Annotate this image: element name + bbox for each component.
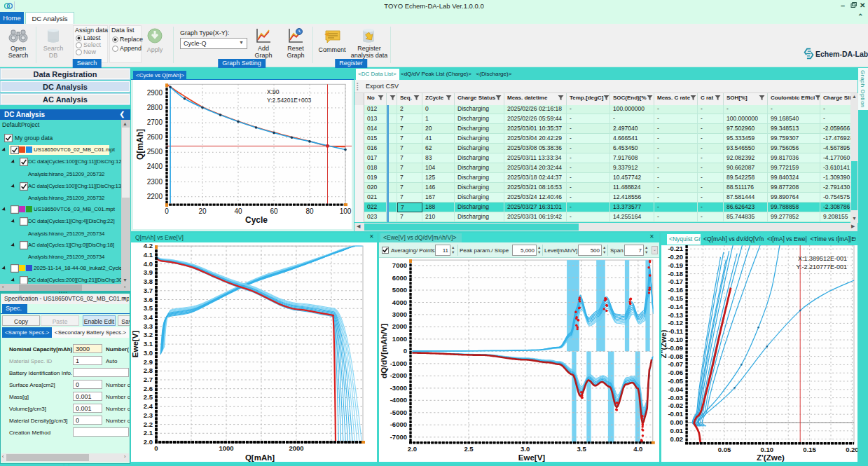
svg-text:2.5: 2.5 [144,393,153,401]
svg-text:4000: 4000 [392,299,407,306]
svg-text:-0.11: -0.11 [668,327,684,335]
svg-text:2.4: 2.4 [144,402,153,410]
svg-text:1000: 1000 [219,444,233,452]
svg-text:4.0: 4.0 [633,445,642,453]
svg-text:3.3: 3.3 [144,322,153,330]
svg-text:3.2: 3.2 [144,331,153,338]
svg-text:-7000: -7000 [390,433,407,441]
svg-text:X:90: X:90 [267,88,280,95]
svg-text:Z'(Zwe): Z'(Zwe) [757,453,785,462]
svg-text:3.0: 3.0 [521,445,530,453]
svg-text:2.6: 2.6 [144,385,153,392]
svg-text:0.05: 0.05 [718,446,731,453]
svg-text:2.8: 2.8 [144,366,153,374]
svg-text:-0.07: -0.07 [668,360,683,368]
svg-text:-0.12: -0.12 [668,319,683,327]
svg-text:Y:2.54201E+003: Y:2.54201E+003 [267,97,311,104]
svg-text:Z"(Zwe): Z"(Zwe) [661,329,668,358]
svg-text:0.01: 0.01 [670,427,684,434]
svg-text:5000: 5000 [392,286,407,294]
svg-text:80: 80 [305,207,314,215]
svg-text:2.0: 2.0 [408,445,417,453]
svg-text:dQ/dV[mAh/V]: dQ/dV[mAh/V] [380,324,388,378]
svg-text:0: 0 [404,347,407,355]
svg-text:3.5: 3.5 [577,445,587,453]
svg-text:0.20: 0.20 [846,446,857,453]
svg-text:-0.05: -0.05 [668,377,683,385]
svg-text:4.0: 4.0 [144,260,153,268]
svg-text:-0.03: -0.03 [668,394,683,402]
svg-text:-5000: -5000 [390,409,407,416]
svg-text:-0.01: -0.01 [668,410,683,418]
svg-text:X:1.389512E-001: X:1.389512E-001 [798,255,847,262]
svg-text:-0.10: -0.10 [668,336,683,343]
svg-text:3.8: 3.8 [144,277,153,285]
svg-text:-1000: -1000 [390,359,407,367]
svg-text:-6000: -6000 [390,420,407,428]
svg-text:6000: 6000 [392,274,407,282]
svg-text:Q[mAh]: Q[mAh] [135,129,145,160]
svg-text:1000: 1000 [392,335,407,343]
svg-text:3.7: 3.7 [144,287,153,294]
svg-text:0.10: 0.10 [761,446,774,453]
svg-text:-0.16: -0.16 [668,286,683,294]
svg-text:0.02: 0.02 [670,435,684,443]
svg-text:-0.17: -0.17 [668,277,683,285]
svg-text:2200: 2200 [147,193,163,200]
svg-text:-0.19: -0.19 [668,261,683,269]
svg-text:2.1: 2.1 [144,429,153,437]
svg-text:-0.20: -0.20 [668,253,683,261]
svg-text:Ewe[V]: Ewe[V] [131,331,139,358]
svg-text:2500: 2500 [147,148,163,156]
svg-text:2.2: 2.2 [144,420,153,428]
svg-text:-0.02: -0.02 [668,402,683,409]
svg-text:-0.14: -0.14 [668,303,683,310]
svg-text:3.4: 3.4 [144,313,153,321]
svg-text:3.5: 3.5 [144,304,153,312]
svg-text:0.00: 0.00 [670,418,684,426]
svg-text:2000: 2000 [392,322,407,330]
svg-text:-0.15: -0.15 [668,294,683,302]
svg-text:60: 60 [270,207,278,215]
svg-text:-2000: -2000 [390,371,407,379]
svg-text:-4000: -4000 [390,396,407,404]
svg-text:2900: 2900 [147,89,163,97]
svg-text:20: 20 [198,207,207,215]
svg-text:3.6: 3.6 [144,296,153,303]
svg-text:Cycle: Cycle [245,215,268,225]
svg-text:-0.04: -0.04 [668,385,683,393]
svg-text:3.1: 3.1 [144,340,153,348]
svg-text:4.2: 4.2 [144,242,153,249]
svg-text:Y:-2.210777E-001: Y:-2.210777E-001 [797,263,848,270]
svg-text:2800: 2800 [147,104,163,111]
svg-text:2.9: 2.9 [144,358,153,366]
svg-text:2400: 2400 [147,163,163,170]
svg-text:2.0: 2.0 [144,438,153,446]
svg-text:40: 40 [234,207,242,215]
svg-text:2.7: 2.7 [144,376,153,383]
svg-text:-0.06: -0.06 [668,369,683,376]
svg-text:-0.13: -0.13 [668,311,683,319]
svg-text:Q[mAh]: Q[mAh] [245,453,275,462]
svg-text:0: 0 [154,444,158,452]
svg-text:7000: 7000 [392,261,407,269]
svg-text:-0.18: -0.18 [668,270,683,277]
svg-text:2.3: 2.3 [144,411,153,419]
svg-text:3000: 3000 [392,310,407,318]
svg-text:100: 100 [340,207,352,215]
svg-text:2600: 2600 [147,133,163,141]
svg-text:0: 0 [165,207,169,215]
svg-text:-0.08: -0.08 [668,352,683,360]
svg-text:2700: 2700 [147,118,163,126]
svg-text:2.5: 2.5 [464,445,474,453]
svg-text:2300: 2300 [147,178,163,186]
svg-text:4.1: 4.1 [144,251,153,259]
svg-text:-0.21: -0.21 [668,245,683,252]
svg-text:2000: 2000 [289,444,303,452]
svg-text:-0.09: -0.09 [668,344,683,352]
svg-text:3.9: 3.9 [144,268,153,276]
svg-text:3.0: 3.0 [144,349,153,357]
svg-text:-3000: -3000 [390,384,407,392]
svg-text:0.15: 0.15 [803,446,816,453]
svg-text:Ewe[V]: Ewe[V] [518,453,546,462]
